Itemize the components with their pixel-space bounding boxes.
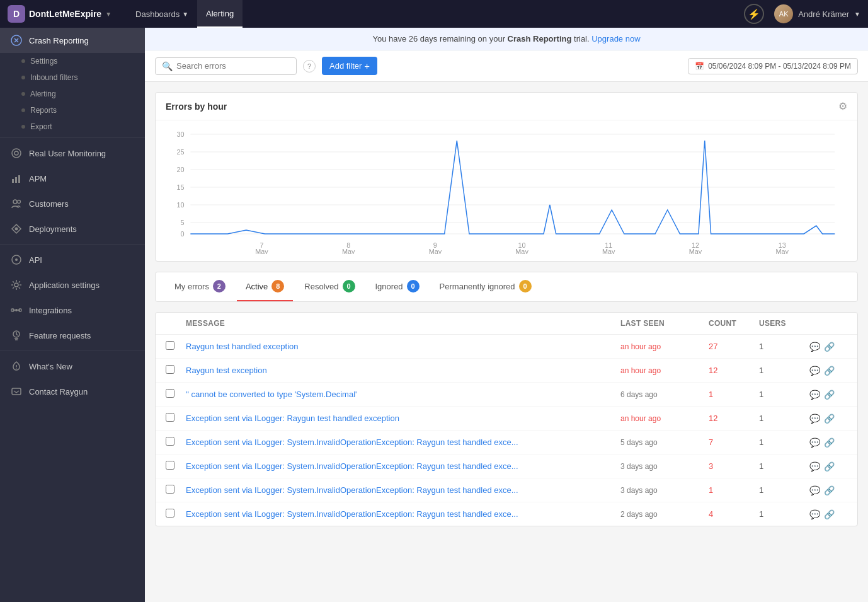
sidebar-contact-label: Contact Raygun [29, 387, 88, 397]
chart-settings-button[interactable]: ⚙ [838, 100, 847, 112]
tab-active[interactable]: Active 8 [237, 272, 293, 301]
sidebar-item-deployments[interactable]: Deployments [0, 216, 145, 241]
sidebar-item-crash-reporting[interactable]: Crash Reporting [0, 28, 145, 53]
row-actions-5: 💬 🔗 [809, 437, 847, 448]
sidebar-sub-reports[interactable]: Reports [0, 102, 145, 119]
errors-table: Message Last seen Count Users Raygun tes… [155, 312, 858, 526]
sidebar-item-app-settings[interactable]: Application settings [0, 272, 145, 298]
bolt-button[interactable]: ⚡ [744, 4, 764, 24]
error-message-4[interactable]: Exception sent via ILogger: Raygun test … [186, 414, 620, 423]
sidebar-sub-alerting[interactable]: Alerting [0, 86, 145, 102]
error-message-8[interactable]: Exception sent via ILogger: System.Inval… [186, 509, 620, 519]
sidebar-sub-inbound-filters[interactable]: Inbound filters [0, 69, 145, 86]
sidebar-item-feature-requests[interactable]: Feature requests [0, 323, 145, 348]
users-6: 1 [759, 461, 809, 471]
error-message-3[interactable]: '' cannot be converted to type 'System.D… [186, 390, 620, 399]
table-row: Exception sent via ILogger: System.Inval… [156, 478, 857, 502]
row-checkbox-5 [166, 437, 186, 448]
sidebar-item-api[interactable]: API [0, 247, 145, 272]
count-3: 1 [709, 390, 759, 399]
count-4: 12 [709, 414, 759, 423]
svg-text:10: 10 [176, 201, 184, 209]
search-icon: 🔍 [162, 61, 173, 71]
main-layout: Crash Reporting Settings Inbound filters… [0, 28, 868, 602]
link-icon-4[interactable]: 🔗 [824, 414, 835, 424]
integrations-icon [10, 304, 23, 316]
date-range-picker[interactable]: 📅 05/06/2024 8:09 PM - 05/13/2024 8:09 P… [688, 58, 858, 74]
link-icon-3[interactable]: 🔗 [824, 390, 835, 400]
svg-text:May: May [342, 248, 355, 254]
tab-resolved[interactable]: Resolved 0 [295, 272, 363, 301]
sidebar-item-apm[interactable]: APM [0, 166, 145, 191]
sidebar-item-rum[interactable]: Real User Monitoring [0, 141, 145, 166]
link-icon-8[interactable]: 🔗 [824, 509, 835, 519]
sidebar-item-customers[interactable]: Customers [0, 191, 145, 216]
last-seen-5: 5 days ago [620, 438, 709, 447]
search-input[interactable] [176, 61, 290, 71]
error-message-7[interactable]: Exception sent via ILogger: System.Inval… [186, 485, 620, 495]
link-icon-1[interactable]: 🔗 [824, 342, 835, 352]
checkbox-7[interactable] [166, 485, 174, 494]
checkbox-4[interactable] [166, 413, 174, 422]
tab-my-errors[interactable]: My errors 2 [166, 272, 234, 301]
svg-point-7 [18, 200, 21, 204]
checkbox-8[interactable] [166, 509, 174, 518]
comment-icon-7[interactable]: 💬 [809, 485, 820, 495]
add-filter-button[interactable]: Add filter + [322, 57, 377, 75]
error-message-2[interactable]: Raygun test exception [186, 366, 620, 375]
link-icon-7[interactable]: 🔗 [824, 485, 835, 495]
help-button[interactable]: ? [303, 60, 316, 72]
nav-alerting[interactable]: Alerting [197, 0, 243, 28]
tab-ignored-badge: 0 [407, 280, 420, 292]
sidebar-customers-label: Customers [29, 199, 69, 209]
comment-icon-6[interactable]: 💬 [809, 461, 820, 472]
sidebar-apm-label: APM [29, 174, 47, 183]
checkbox-2[interactable] [166, 365, 174, 374]
table-row: Exception sent via ILogger: System.Inval… [156, 502, 857, 526]
message-header: Message [186, 319, 620, 328]
sidebar-sub-settings[interactable]: Settings [0, 53, 145, 69]
error-message-6[interactable]: Exception sent via ILogger: System.Inval… [186, 461, 620, 471]
tab-ignored[interactable]: Ignored 0 [367, 272, 428, 301]
sidebar-feature-requests-label: Feature requests [29, 331, 91, 340]
comment-icon-5[interactable]: 💬 [809, 437, 820, 448]
svg-point-1 [12, 149, 21, 158]
link-icon-6[interactable]: 🔗 [824, 461, 835, 472]
checkbox-1[interactable] [166, 341, 174, 350]
last-seen-3: 6 days ago [620, 390, 709, 399]
svg-text:May: May [255, 248, 268, 254]
sidebar-item-contact[interactable]: Contact Raygun [0, 379, 145, 404]
user-menu[interactable]: AK André Krämer ▼ [774, 4, 860, 23]
row-actions-2: 💬 🔗 [809, 366, 847, 376]
comment-icon-1[interactable]: 💬 [809, 342, 820, 352]
brand-logo[interactable]: D DontLetMeExpire ▼ [8, 5, 111, 23]
svg-text:May: May [775, 248, 789, 254]
tab-permanently-ignored[interactable]: Permanently ignored 0 [431, 272, 540, 301]
comment-icon-2[interactable]: 💬 [809, 366, 820, 376]
comment-icon-4[interactable]: 💬 [809, 414, 820, 424]
table-row: Exception sent via ILogger: System.Inval… [156, 431, 857, 454]
sidebar-item-whats-new[interactable]: What's New [0, 354, 145, 379]
link-icon-5[interactable]: 🔗 [824, 437, 835, 448]
svg-text:May: May [429, 248, 442, 254]
sidebar-sub-export[interactable]: Export [0, 119, 145, 135]
checkbox-6[interactable] [166, 461, 174, 470]
date-range-text: 05/06/2024 8:09 PM - 05/13/2024 8:09 PM [708, 62, 851, 71]
row-actions-6: 💬 🔗 [809, 461, 847, 472]
row-checkbox-3 [166, 389, 186, 400]
apm-icon [10, 172, 23, 185]
sidebar-item-integrations[interactable]: Integrations [0, 298, 145, 323]
upgrade-link[interactable]: Upgrade now [591, 34, 640, 43]
link-icon-2[interactable]: 🔗 [824, 366, 835, 376]
checkbox-3[interactable] [166, 389, 174, 398]
comment-icon-8[interactable]: 💬 [809, 509, 820, 519]
checkbox-5[interactable] [166, 437, 174, 446]
nav-dashboards[interactable]: Dashboards ▼ [127, 0, 197, 28]
row-checkbox-1 [166, 341, 186, 352]
sidebar-crash-reporting-label: Crash Reporting [29, 36, 89, 45]
error-message-1[interactable]: Raygun test handled exception [186, 342, 620, 351]
comment-icon-3[interactable]: 💬 [809, 390, 820, 400]
tab-active-badge: 8 [271, 280, 284, 292]
error-message-5[interactable]: Exception sent via ILogger: System.Inval… [186, 437, 620, 447]
tab-resolved-badge: 0 [343, 280, 355, 292]
